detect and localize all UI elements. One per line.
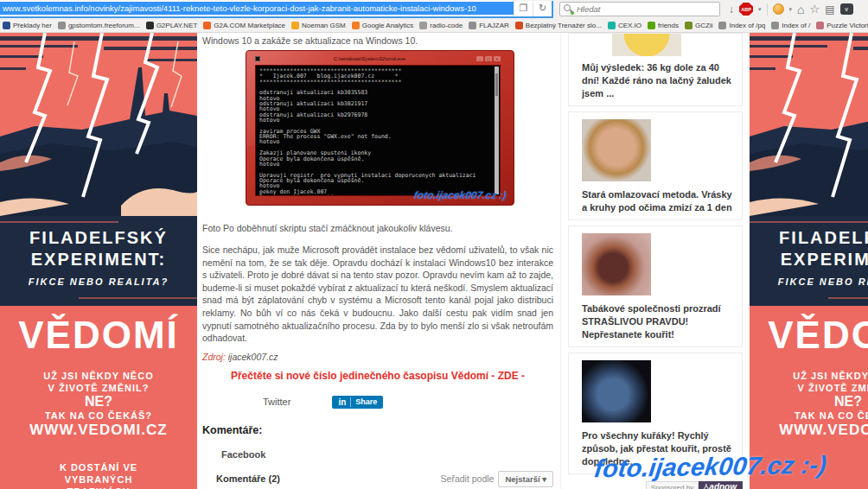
bookmark-item[interactable]: radio-code — [419, 22, 463, 29]
bookmark-item[interactable]: Google Analytics — [352, 22, 414, 29]
toolbar-icons: ↓ ABP ▾ ▾ ⌂ ☆ ▤ ∨ — [729, 3, 853, 16]
adnow-logo-text: adnow — [709, 482, 737, 489]
ad-thumb-cigarette — [582, 233, 651, 295]
vedomi-poster-right[interactable]: FILADELFSKÝ EXPERIMENT: FIKCE NEBO REALI… — [750, 33, 868, 489]
sort-dropdown[interactable]: Nejstarší ▾ — [498, 471, 553, 487]
poster-site-url: WWW.VEDOMI.CZ — [750, 422, 868, 439]
pocket-icon[interactable]: ∨ — [840, 3, 853, 15]
bookmark-favicon — [58, 22, 66, 29]
facebook-tab[interactable]: Facebook — [202, 449, 553, 460]
bookmark-favicon — [352, 22, 360, 29]
search-icon — [564, 4, 573, 14]
bookmark-favicon — [685, 22, 692, 29]
twitter-share-link[interactable]: Twitter — [263, 397, 290, 407]
bookmark-label: GCZii — [695, 22, 712, 29]
bookmark-item[interactable]: gpstomtom.freeforum... — [58, 22, 140, 29]
ad-text[interactable]: Můj výsledek: 36 kg dole za 40 dní! Každ… — [569, 61, 742, 100]
reader-mode-button[interactable]: ❐ — [514, 1, 533, 16]
sort-label: Seřadit podle — [441, 473, 495, 484]
adblock-icon[interactable]: ABP — [739, 3, 753, 16]
bookmark-label: Bezplatný Trenažér slo... — [526, 22, 602, 29]
ad-text[interactable]: Tabákové společnosti prozradí STRAŠLIVOU… — [569, 302, 742, 341]
bookmark-item[interactable]: Index of /pq — [718, 22, 765, 29]
poster-question-4: TAK NA CO ČEKÁŠ? — [0, 410, 197, 422]
bookmark-favicon — [648, 22, 655, 29]
close-icon: ✕ — [494, 56, 501, 61]
download-icon[interactable]: ↓ — [729, 4, 734, 15]
poster-question-2: V ŽIVOTĚ ZMĚNIL? — [750, 382, 868, 394]
page-watermark: foto.ijacek007.cz :-) — [593, 451, 828, 484]
poster-brand: VĚDOMÍ — [0, 313, 197, 358]
ad-item[interactable]: Můj výsledek: 36 kg dole za 40 dní! Každ… — [568, 33, 743, 106]
adblock-caret-icon[interactable]: ▾ — [758, 6, 762, 13]
linkedin-share-button[interactable]: in Share — [332, 396, 383, 409]
bookmark-item[interactable]: G2PLAY.NET — [146, 22, 198, 29]
bookmark-item[interactable]: G2A.COM Marketplace — [203, 22, 285, 29]
bookmark-item[interactable]: Bezplatný Trenažér slo... — [515, 22, 602, 29]
bookmark-label: radio-code — [430, 22, 463, 29]
search-box[interactable] — [559, 2, 720, 16]
reload-button[interactable]: ↻ — [533, 1, 552, 16]
add-search-engine-badge-icon — [570, 10, 575, 16]
bookmark-label: Index of /pq — [729, 22, 765, 29]
bookmark-label: gpstomtom.freeforum... — [68, 22, 140, 29]
bookmark-label: friends — [658, 22, 679, 29]
ad-text[interactable]: Stará omlazovací metoda. Vrásky a kruhy … — [569, 188, 742, 214]
poster-site-url: WWW.VEDOMI.CZ — [0, 422, 197, 439]
cmd-window-controls: ‒ ▢ ✕ — [476, 56, 501, 61]
source-link[interactable]: ijacek007.cz — [228, 352, 278, 362]
console-scrollbar — [495, 67, 499, 194]
bookmark-favicon — [3, 22, 10, 29]
emoji-addon-icon[interactable] — [773, 3, 784, 15]
source-label: Zdroj: — [202, 352, 226, 362]
linkedin-share-label: Share — [351, 397, 377, 406]
poster-title-line2: EXPERIMENT: — [750, 249, 868, 270]
ad-item[interactable]: Tabákové společnosti prozradí STRAŠLIVOU… — [568, 225, 743, 347]
bookmark-favicon — [515, 22, 523, 29]
comments-heading: Komentáře: — [202, 424, 553, 436]
adnow-logo[interactable]: ⧊adnow — [699, 481, 743, 489]
navigation-toolbar: www.svetkolemnas.info/novinky/zajimavost… — [0, 0, 868, 18]
sponsored-label: Sponsored by — [646, 481, 699, 489]
cmd-console: ****************************************… — [255, 65, 501, 196]
url-text[interactable]: www.svetkolemnas.info/novinky/zajimavost… — [0, 2, 514, 15]
bookmark-favicon — [608, 22, 616, 29]
image-watermark: foto.ijacek007.cz :) — [414, 189, 507, 201]
ad-thumb-diet — [612, 34, 681, 56]
poster-note-1: K DOSTÁNÍ VE — [0, 461, 197, 473]
poster-note-2: VYBRANÝCH — [0, 473, 197, 486]
bookmark-star-icon[interactable]: ☆ — [810, 3, 820, 15]
vedomi-promo-link[interactable]: Přečtěte si nové číslo jedinečného časop… — [202, 370, 553, 382]
search-input[interactable] — [577, 4, 716, 14]
ad-item[interactable]: Stará omlazovací metoda. Vrásky a kruhy … — [568, 111, 743, 220]
bookmarks-bar: Překlady her gpstomtom.freeforum... G2PL… — [0, 18, 868, 33]
bookmark-label: Index of / — [782, 22, 810, 29]
home-icon[interactable]: ⌂ — [797, 3, 804, 16]
poster-title-line2: EXPERIMENT: — [0, 249, 197, 270]
bookmark-favicon — [291, 22, 299, 29]
bookmark-label: Noeman GSM — [302, 22, 346, 29]
bookmark-item[interactable]: FLAJZAR — [469, 22, 509, 29]
bookmark-item[interactable]: Index of / — [771, 22, 810, 29]
bookmark-favicon — [146, 22, 154, 29]
bookmark-item[interactable]: Puzzle Victoria Frances... — [816, 22, 868, 29]
bookmark-item[interactable]: Překlady her — [3, 22, 52, 29]
bookmark-label: G2PLAY.NET — [156, 22, 198, 29]
bookmark-label: Google Analytics — [362, 22, 414, 29]
cmd-title-text: C:\windows\System32\cmd.exe — [263, 56, 476, 61]
bookmark-item[interactable]: GCZii — [685, 22, 712, 29]
bookmark-item[interactable]: CEX.IO — [608, 22, 641, 29]
bookmark-favicon — [469, 22, 476, 29]
emoji-caret-icon[interactable]: ▾ — [789, 6, 793, 13]
vedomi-poster-left[interactable]: FILADELFSKÝ EXPERIMENT: FIKCE NEBO REALI… — [0, 33, 197, 489]
url-bar[interactable]: www.svetkolemnas.info/novinky/zajimavost… — [0, 1, 553, 18]
article-column: Windows 10 a zakáže se aktualizace na Wi… — [197, 33, 560, 489]
maximize-icon: ▢ — [485, 56, 492, 61]
poster-title-block: FILADELFSKÝ EXPERIMENT: FIKCE NEBO REALI… — [750, 216, 868, 306]
bookmarks-menu-icon[interactable]: ▤ — [825, 4, 834, 15]
share-row: Twitter in Share — [202, 396, 553, 409]
bookmark-item[interactable]: friends — [648, 22, 679, 29]
console-lines: ****************************************… — [259, 68, 493, 196]
bookmark-item[interactable]: Noeman GSM — [291, 22, 346, 29]
bookmark-label: Puzzle Victoria Frances... — [827, 22, 868, 29]
